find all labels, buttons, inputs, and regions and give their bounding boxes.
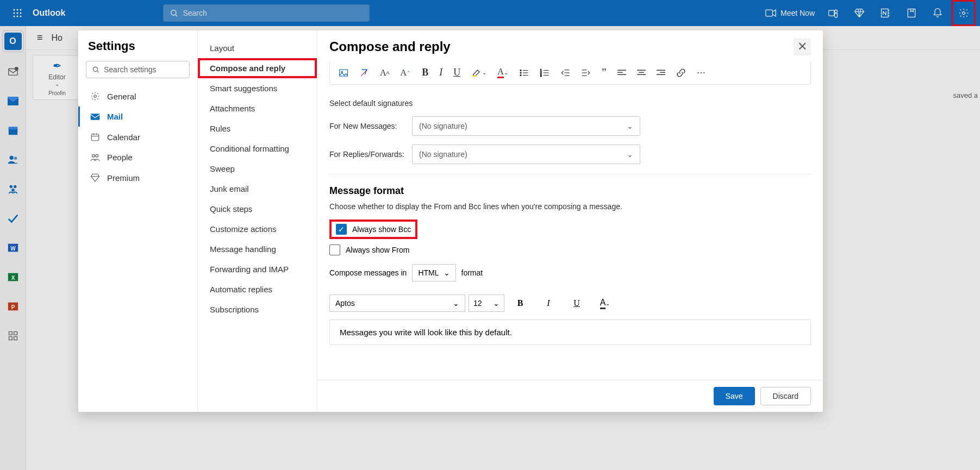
compose-format-row: Compose messages in HTML ⌄ format <box>329 264 811 281</box>
svg-rect-42 <box>91 114 100 120</box>
highlight-icon[interactable]: ⌄ <box>471 68 486 78</box>
settings-dialog: Settings Search settings General Mail Ca… <box>78 30 823 412</box>
calendar-icon <box>90 132 101 142</box>
svg-text:3: 3 <box>540 73 541 77</box>
italic-icon[interactable]: I <box>439 67 442 78</box>
pane-footer: Save Discard <box>317 380 823 412</box>
sub-smart-suggestions[interactable]: Smart suggestions <box>198 78 317 98</box>
settings-subcategories: Layout Compose and reply Smart suggestio… <box>198 30 317 412</box>
always-show-from-row: Always show From <box>329 245 811 255</box>
category-calendar[interactable]: Calendar <box>78 127 197 147</box>
sub-layout[interactable]: Layout <box>198 38 317 58</box>
new-message-signature-select[interactable]: (No signature) ⌄ <box>412 116 640 136</box>
divider <box>329 174 811 174</box>
font-color-button[interactable]: A ⌄ <box>592 294 617 312</box>
signature-defaults: Select default signatures For New Messag… <box>329 99 811 164</box>
svg-line-40 <box>97 71 99 73</box>
bullet-list-icon[interactable] <box>519 68 529 77</box>
always-show-bcc-label: Always show Bcc <box>352 225 411 234</box>
svg-point-41 <box>94 95 97 98</box>
category-premium[interactable]: Premium <box>78 167 197 188</box>
people-icon <box>90 153 101 162</box>
svg-point-39 <box>93 67 97 71</box>
pane-title: Compose and reply <box>329 39 451 54</box>
number-list-icon[interactable]: 123 <box>540 68 550 77</box>
underline-icon[interactable]: U <box>453 67 460 78</box>
category-mail[interactable]: Mail <box>78 106 197 127</box>
font-size-select[interactable]: 12 ⌄ <box>469 294 504 312</box>
message-format-title: Message format <box>329 185 811 197</box>
sub-customize-actions[interactable]: Customize actions <box>198 219 317 239</box>
close-button[interactable]: ✕ <box>794 38 811 55</box>
sub-junk-email[interactable]: Junk email <box>198 179 317 199</box>
always-show-from-checkbox[interactable] <box>329 245 340 255</box>
signature-toolbar: AA A⌃ B I U ⌄ A⌄ 123 ” ⋯ <box>329 61 811 85</box>
chevron-down-icon: ⌄ <box>627 150 633 159</box>
svg-rect-43 <box>91 134 99 141</box>
for-replies-label: For Replies/Forwards: <box>329 150 404 159</box>
for-new-label: For New Messages: <box>329 122 404 130</box>
message-preview: Messages you write will look like this b… <box>329 319 811 345</box>
settings-title: Settings <box>78 39 197 61</box>
chevron-down-icon: ⌄ <box>453 299 459 308</box>
quote-icon[interactable]: ” <box>602 66 607 79</box>
insert-image-icon[interactable] <box>339 68 348 77</box>
diamond-icon <box>90 173 101 183</box>
sub-sweep[interactable]: Sweep <box>198 159 317 179</box>
sub-quick-steps[interactable]: Quick steps <box>198 199 317 219</box>
svg-point-47 <box>92 154 95 157</box>
underline-button[interactable]: U <box>564 294 589 312</box>
svg-rect-51 <box>472 76 477 77</box>
chevron-down-icon: ⌄ <box>627 122 633 130</box>
category-people[interactable]: People <box>78 147 197 167</box>
sig-default-label: Select default signatures <box>329 99 811 108</box>
svg-point-54 <box>520 72 521 73</box>
save-button[interactable]: Save <box>714 387 755 405</box>
sub-subscriptions[interactable]: Subscriptions <box>198 299 317 319</box>
font-name-icon[interactable]: AA <box>380 68 390 78</box>
align-left-icon[interactable] <box>617 69 626 77</box>
category-general[interactable]: General <box>78 86 197 106</box>
message-format-desc: Choose whether to display the From and B… <box>329 202 811 211</box>
sub-compose-reply[interactable]: Compose and reply <box>198 58 317 78</box>
search-settings-input[interactable]: Search settings <box>86 61 190 78</box>
always-show-from-label: Always show From <box>346 246 409 254</box>
clear-format-icon[interactable] <box>359 68 369 78</box>
sub-rules[interactable]: Rules <box>198 118 317 139</box>
bold-icon[interactable]: B <box>422 67 428 78</box>
svg-point-52 <box>520 70 521 71</box>
mail-icon <box>90 112 101 121</box>
outdent-icon[interactable] <box>560 68 570 77</box>
sub-conditional-formatting[interactable]: Conditional formatting <box>198 139 317 159</box>
default-font-row: Aptos ⌄ 12 ⌄ B I U A ⌄ <box>329 294 811 312</box>
bold-button[interactable]: B <box>508 294 533 312</box>
align-center-icon[interactable] <box>637 69 646 77</box>
more-icon[interactable]: ⋯ <box>697 67 706 78</box>
message-format-section: Message format Choose whether to display… <box>329 185 811 345</box>
sub-message-handling[interactable]: Message handling <box>198 239 317 259</box>
indent-icon[interactable] <box>581 68 591 77</box>
compose-format-select[interactable]: HTML ⌄ <box>412 264 455 281</box>
align-right-icon[interactable] <box>657 69 665 77</box>
svg-rect-49 <box>340 70 348 76</box>
reply-signature-select[interactable]: (No signature) ⌄ <box>412 145 640 164</box>
svg-point-48 <box>96 154 98 157</box>
sub-forwarding-imap[interactable]: Forwarding and IMAP <box>198 259 317 279</box>
settings-pane: Compose and reply ✕ AA A⌃ B I U ⌄ A⌄ 123… <box>317 30 823 412</box>
sub-automatic-replies[interactable]: Automatic replies <box>198 279 317 299</box>
font-color-icon[interactable]: A⌄ <box>497 67 508 78</box>
gear-icon <box>90 91 101 101</box>
always-show-bcc-checkbox[interactable]: ✓ <box>336 224 347 235</box>
chevron-down-icon: ⌄ <box>444 268 450 277</box>
font-size-icon[interactable]: A⌃ <box>401 68 411 78</box>
discard-button[interactable]: Discard <box>760 387 811 405</box>
svg-point-56 <box>520 74 521 76</box>
settings-categories: Settings Search settings General Mail Ca… <box>78 30 198 412</box>
italic-button[interactable]: I <box>536 294 561 312</box>
chevron-down-icon: ⌄ <box>493 299 500 308</box>
always-show-bcc-row: ✓ Always show Bcc <box>329 220 417 239</box>
link-icon[interactable] <box>676 68 686 78</box>
font-family-select[interactable]: Aptos ⌄ <box>329 294 465 312</box>
sub-attachments[interactable]: Attachments <box>198 98 317 118</box>
